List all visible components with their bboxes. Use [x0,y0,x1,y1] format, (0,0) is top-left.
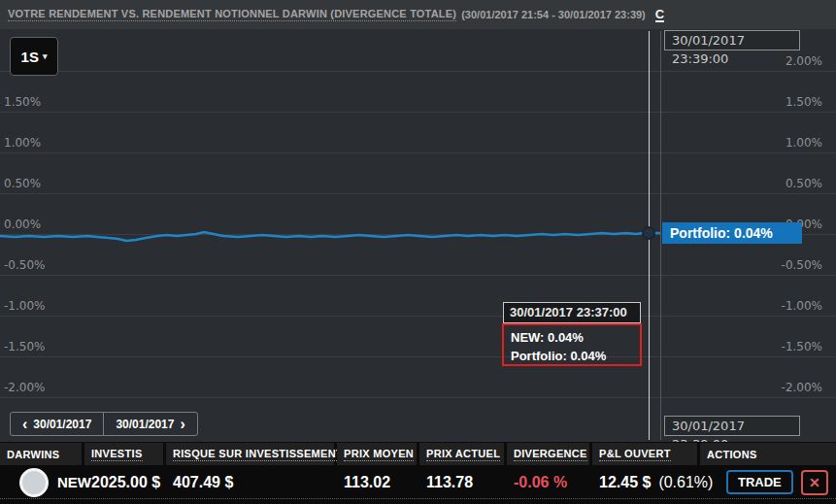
table-row[interactable]: NEW 2025.00 $ 407.49 $ 113.02 113.78 -0.… [0,466,836,499]
risk-value: 407.49 $ [166,474,334,491]
actions-cell: TRADE ✕ [700,470,836,495]
trade-button[interactable]: TRADE [726,470,793,494]
chart-header: VOTRE RENDEMENT VS. RENDEMENT NOTIONNEL … [0,0,836,29]
last-point-marker [642,226,655,240]
positions-table: DARWINS INVESTIS RISQUE SUR INVESTISSEME… [0,442,836,504]
date-pager: ‹ 30/01/2017 30/01/2017 › [10,412,198,436]
next-day-button[interactable]: 30/01/2017 › [103,413,196,435]
col-pnl-ouvert[interactable]: P&L OUVERT [592,443,697,465]
col-divergence[interactable]: DIVERGENCE [507,443,589,465]
invested-value: 2025.00 $ [84,474,163,491]
tooltip-portfolio-value: Portfolio: 0.04% [511,347,640,365]
chevron-down-icon: ▾ [43,51,48,61]
timeframe-dropdown[interactable]: 1S ▾ [10,37,58,76]
prev-day-button[interactable]: ‹ 30/01/2017 [11,413,103,435]
tooltip-values: NEW: 0.04% Portfolio: 0.04% [502,323,642,366]
divergence-value: -0.06 % [507,474,589,491]
col-risque[interactable]: RISQUE SUR INVESTISSEMENT [166,443,334,465]
col-prix-moyen[interactable]: PRIX MOYEN [337,443,417,465]
avg-price-value: 113.02 [337,474,417,491]
col-investis[interactable]: INVESTIS [84,443,163,465]
tooltip-new-value: NEW: 0.04% [511,328,640,347]
chevron-left-icon: ‹ [22,419,27,430]
table-header-row: DARWINS INVESTIS RISQUE SUR INVESTISSEME… [0,443,836,465]
chart-title: VOTRE RENDEMENT VS. RENDEMENT NOTIONNEL … [8,8,456,21]
current-price-value: 113.78 [419,474,504,491]
portfolio-value-tag: Portfolio: 0.04% [662,222,802,244]
col-darwins: DARWINS [0,443,82,465]
pnl-value: 12.45 $ [599,474,651,490]
darwin-cell[interactable]: NEW [0,468,82,497]
timeframe-label: 1S [21,49,39,65]
next-day-label: 30/01/2017 [116,418,174,431]
chart-area[interactable]: 1.50%1.00%0.50%0.00%-0.50%-1.00%-1.50%-2… [0,29,836,442]
prev-day-label: 30/01/2017 [33,418,91,431]
tooltip-timestamp: 30/01/2017 23:37:00 [503,302,641,323]
darwin-avatar [19,468,49,497]
axis-date-top: 30/01/2017 23:39:00 [664,30,800,50]
col-actions: ACTIONS [700,443,836,465]
chart-date-range: (30/01/2017 21:54 - 30/01/2017 23:39) [461,9,646,20]
axis-date-bottom: 30/01/2017 23:39:00 [664,416,800,436]
col-prix-actuel[interactable]: PRIX ACTUEL [419,443,504,465]
close-position-button[interactable]: ✕ [801,470,828,495]
right-axis-divider [660,31,661,440]
pnl-cell: 12.45 $(0.61%) [592,474,697,491]
refresh-icon[interactable]: C [655,8,664,22]
chevron-right-icon: › [180,419,184,430]
